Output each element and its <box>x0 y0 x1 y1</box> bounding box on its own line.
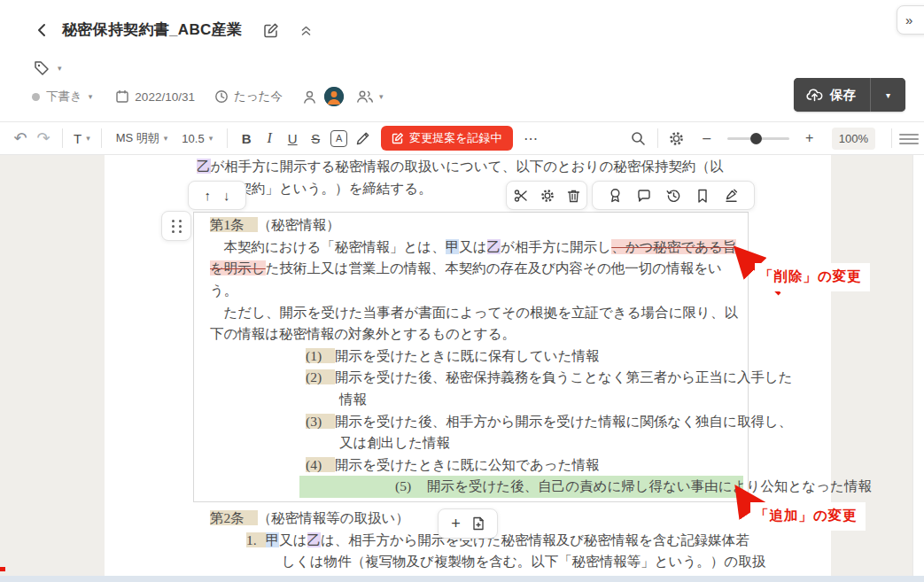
bookmark-button[interactable] <box>696 189 709 203</box>
doc-line: (5)開示を受けた後、自己の責めに帰し得ない事由により公知となった情報 <box>299 476 743 498</box>
sign-button[interactable] <box>724 189 739 203</box>
outline-panel-icon[interactable] <box>899 133 919 144</box>
block-settings-button[interactable] <box>540 189 555 203</box>
zoom-in-button[interactable]: + <box>798 126 821 151</box>
doc-segment: 開示を受けた後、自己の責めに帰し得ない事由により公知となった情報 <box>427 478 872 493</box>
doc-segment: う。 <box>210 283 237 298</box>
open-side-panel-button[interactable]: » <box>897 5 924 35</box>
font-size-dropdown[interactable]: 10.5 ▾ <box>175 126 220 151</box>
doc-segment-num: 1. <box>246 532 266 547</box>
avatar[interactable] <box>324 87 344 106</box>
doc-segment: が相手方に開示する秘密情報の取扱いについて、以下のとおりの秘密保持契約（以 <box>211 159 724 174</box>
strikethrough-button[interactable]: S <box>304 126 327 151</box>
tags-caret-icon[interactable]: ▾ <box>58 65 62 73</box>
settings-button[interactable] <box>665 126 688 151</box>
doc-line: 第1条（秘密情報） <box>210 214 743 237</box>
doc-segment: 又は <box>459 239 486 254</box>
gear-icon <box>540 189 555 203</box>
highlight-pen-button[interactable] <box>351 126 374 151</box>
block-review-toolbar <box>592 181 755 210</box>
doc-segment-hl-purple: 乙 <box>197 159 211 174</box>
person-icon <box>302 89 317 105</box>
move-down-button[interactable]: ↓ <box>223 188 230 203</box>
cut-button[interactable] <box>514 189 528 203</box>
signature-pen-icon <box>724 189 739 203</box>
doc-segment: 又は <box>279 532 307 547</box>
zoom-level-badge[interactable]: 100% <box>832 128 875 150</box>
font-color-button[interactable]: A <box>327 126 351 151</box>
redo-button[interactable]: ↷ <box>32 126 55 151</box>
toolbar-divider <box>62 128 63 148</box>
doc-segment-num: (3) <box>306 414 335 429</box>
track-changes-button[interactable]: 変更提案を記録中 <box>381 126 512 151</box>
doc-segment-hl-blue: 甲 <box>266 532 280 547</box>
deletion-annotation: 「削除」の変更 <box>755 263 870 291</box>
people-icon <box>356 89 374 104</box>
doc-segment: 開示を受けたときに既に公知であった情報 <box>335 457 600 472</box>
comment-button[interactable] <box>637 189 651 203</box>
rename-title-button[interactable] <box>261 20 281 40</box>
page-title: 秘密保持契約書_ABC産業 <box>62 19 242 40</box>
status-badge: 下書き <box>46 89 82 105</box>
doc-segment: 情報 <box>339 392 367 407</box>
bookmark-icon <box>696 189 709 203</box>
red-mark <box>0 567 5 571</box>
doc-line: ただし、開示を受けた当事者が書面によってその根拠を立証できる場合に限り、以 <box>210 302 743 324</box>
back-button[interactable] <box>34 21 50 39</box>
addition-annotation: 「追加」の変更 <box>750 502 866 531</box>
font-box-icon: A <box>330 130 347 147</box>
delete-block-button[interactable] <box>567 189 580 203</box>
text-style-icon: T <box>74 131 82 146</box>
bold-button[interactable]: B <box>235 126 258 151</box>
doc-segment: 又は創出した情報 <box>339 435 450 450</box>
doc-line: しくは物件（複写物及び複製物を含む。以下「秘密情報等」という。）の取扱 <box>105 551 831 573</box>
italic-button[interactable]: I <box>258 126 281 151</box>
save-options-button[interactable]: ▾ <box>870 78 905 112</box>
move-up-button[interactable]: ↑ <box>205 188 212 203</box>
doc-line: (1)開示を受けたときに既に保有していた情報 <box>210 345 743 368</box>
font-size-value: 10.5 <box>182 132 204 145</box>
gear-icon <box>669 131 684 146</box>
doc-segment-num: (1) <box>306 348 335 363</box>
stamp-button[interactable] <box>609 188 622 203</box>
font-family-dropdown[interactable]: MS 明朝 ▾ <box>109 126 175 151</box>
date-field[interactable]: 2022/10/31 <box>115 89 195 104</box>
doc-line: 下の情報は秘密情報の対象外とするものとする。 <box>210 323 743 345</box>
zoom-out-button[interactable]: – <box>695 126 718 151</box>
doc-segment-num: (5) <box>395 478 427 493</box>
search-button[interactable] <box>627 126 650 151</box>
last-updated: たった今 <box>214 89 283 105</box>
cloud-upload-icon <box>806 88 823 102</box>
history-button[interactable] <box>666 189 681 203</box>
zoom-slider[interactable] <box>727 137 789 140</box>
more-options-button[interactable]: ⋯ <box>520 126 543 151</box>
pencil-icon <box>355 131 370 146</box>
doc-segment: 本契約における「秘密情報」とは、 <box>210 239 446 254</box>
doc-line: 情報 <box>210 389 743 411</box>
text-style-dropdown[interactable]: T ▾ <box>70 126 94 151</box>
doc-segment: 開示を受けた後、相手方から開示を受けた情報に関係なく独自に取得し、 <box>335 414 792 429</box>
award-icon <box>609 188 622 203</box>
underline-button[interactable]: U <box>281 126 304 151</box>
comment-icon <box>637 189 651 203</box>
add-block-button[interactable]: + <box>451 515 461 533</box>
undo-button[interactable]: ↶ <box>9 126 32 151</box>
doc-segment-hl-purple: 乙 <box>307 532 322 547</box>
zoom-slider-knob[interactable] <box>750 133 762 144</box>
doc-segment-num: (2) <box>306 369 335 384</box>
doc-segment: 下の情報は秘密情報の対象外とするものとする。 <box>210 326 516 341</box>
members-caret-icon: ▾ <box>379 93 384 101</box>
owner-group[interactable] <box>302 87 344 106</box>
doc-section-clause-box[interactable]: 第1条（秘密情報） 本契約における「秘密情報」とは、甲又は乙が相手方に開示し、か… <box>193 212 749 502</box>
doc-segment: は、相手方から開示を受けた秘密情報及び秘密情報を含む記録媒体若 <box>321 532 749 547</box>
share-members-dropdown[interactable]: ▾ <box>356 89 384 104</box>
save-button[interactable]: 保存 <box>794 78 870 112</box>
status-dropdown[interactable]: 下書き ▾ <box>32 89 92 105</box>
collapse-header-button[interactable] <box>299 22 314 38</box>
trash-icon <box>567 189 580 203</box>
insert-template-button[interactable] <box>472 516 485 531</box>
block-drag-handle[interactable] <box>161 211 191 241</box>
doc-segment: が相手方に開示し <box>501 239 611 254</box>
doc-segment: ただし、開示を受けた当事者が書面によってその根拠を立証できる場合に限り、以 <box>210 305 738 320</box>
tags-button[interactable] <box>32 58 51 78</box>
